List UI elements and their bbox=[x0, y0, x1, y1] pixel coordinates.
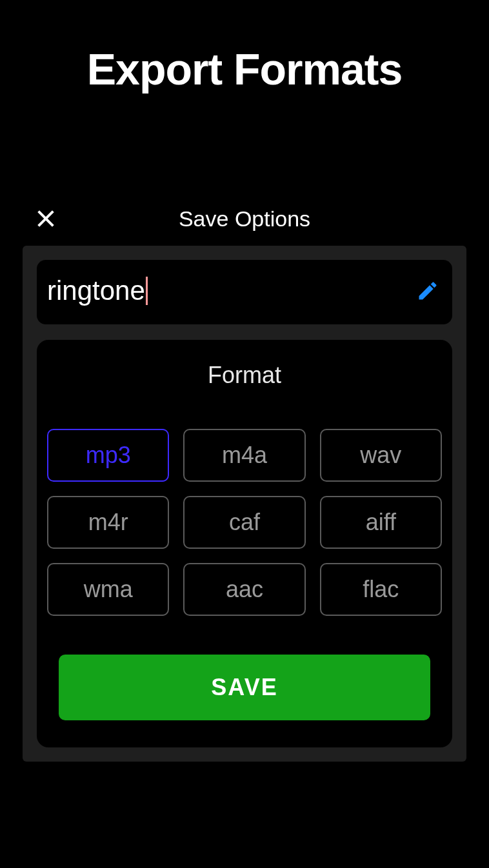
page-heading: Export Formats bbox=[0, 44, 489, 94]
format-panel: Format mp3 m4a wav m4r caf aiff wma aac … bbox=[37, 340, 452, 747]
format-option-m4r[interactable]: m4r bbox=[47, 496, 169, 549]
format-option-aiff[interactable]: aiff bbox=[320, 496, 442, 549]
save-button[interactable]: SAVE bbox=[59, 655, 430, 720]
format-option-caf[interactable]: caf bbox=[183, 496, 305, 549]
filename-text: ringtone bbox=[47, 275, 145, 306]
filename-input-row[interactable]: ringtone bbox=[37, 260, 452, 324]
pencil-icon[interactable] bbox=[416, 279, 439, 302]
format-option-wma[interactable]: wma bbox=[47, 563, 169, 616]
format-option-flac[interactable]: flac bbox=[320, 563, 442, 616]
format-option-aac[interactable]: aac bbox=[183, 563, 305, 616]
format-option-mp3[interactable]: mp3 bbox=[47, 429, 169, 482]
format-grid: mp3 m4a wav m4r caf aiff wma aac flac bbox=[46, 429, 443, 616]
save-options-modal: Save Options ringtone Format mp3 m4a wav… bbox=[23, 201, 466, 762]
format-option-m4a[interactable]: m4a bbox=[183, 429, 305, 482]
filename-input[interactable]: ringtone bbox=[47, 275, 148, 306]
format-section-label: Format bbox=[46, 362, 443, 389]
modal-body: ringtone Format mp3 m4a wav m4r caf aiff… bbox=[23, 246, 466, 762]
text-cursor bbox=[146, 277, 148, 305]
close-icon[interactable] bbox=[34, 207, 57, 230]
modal-title: Save Options bbox=[179, 206, 310, 232]
format-option-wav[interactable]: wav bbox=[320, 429, 442, 482]
modal-header: Save Options bbox=[23, 201, 466, 246]
